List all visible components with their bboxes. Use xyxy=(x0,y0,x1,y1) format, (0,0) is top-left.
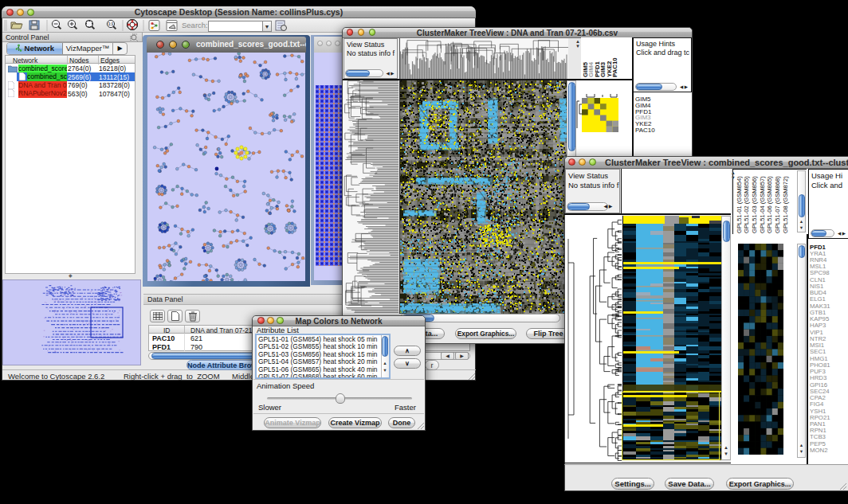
svg-text:Search:: Search: xyxy=(182,21,208,29)
svg-text:GPL51-01 (GSM854): GPL51-01 (GSM854) xyxy=(736,176,743,233)
svg-text:GPL51-08 (GSM872): GPL51-08 (GSM872) xyxy=(782,176,789,233)
svg-text:GPL51-06 (GSM865): GPL51-06 (GSM865) xyxy=(766,176,773,233)
svg-text:1:1: 1:1 xyxy=(108,22,114,26)
svg-text:GPL51-02 (GSM855): GPL51-02 (GSM855) xyxy=(743,176,750,233)
svg-text:GPL51-04 (GSM857): GPL51-04 (GSM857) xyxy=(759,176,766,233)
svg-text:GPL51-03 (GSM856): GPL51-03 (GSM856) xyxy=(751,176,758,233)
svg-text:GPL51-07 (GSM868): GPL51-07 (GSM868) xyxy=(774,176,781,233)
svg-text:PAC10: PAC10 xyxy=(611,57,618,77)
